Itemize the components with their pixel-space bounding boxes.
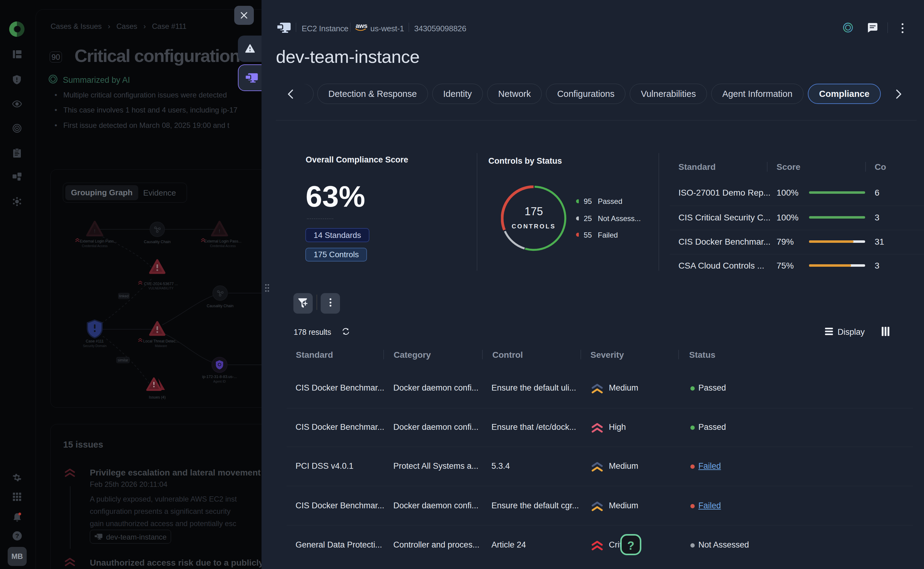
svg-text:175: 175	[524, 205, 543, 218]
svg-text:Credential Access: Credential Access	[82, 244, 108, 248]
svg-text:Credential Access: Credential Access	[210, 244, 236, 248]
svg-text:Case #111: Case #111	[86, 339, 104, 343]
svg-text:Causality Chain: Causality Chain	[144, 240, 171, 244]
svg-text:VULNERABILITY: VULNERABILITY	[148, 286, 173, 290]
svg-text:Local Threat Detec...: Local Threat Detec...	[143, 339, 179, 343]
svg-text:External Login Pass...: External Login Pass...	[204, 239, 242, 243]
svg-text:Issues (4): Issues (4)	[149, 395, 166, 399]
svg-text:Causality Chain: Causality Chain	[207, 304, 234, 308]
svg-text:CVE-2024-53677 ...: CVE-2024-53677 ...	[144, 282, 178, 286]
svg-text:linked: linked	[119, 294, 128, 298]
svg-text:Security Domain: Security Domain	[83, 344, 106, 348]
svg-text:CONTROLS: CONTROLS	[512, 223, 556, 230]
svg-text:External Login Pass...: External Login Pass...	[80, 239, 117, 243]
svg-text:Malware: Malware	[155, 344, 167, 348]
svg-text:!: !	[219, 229, 220, 234]
svg-text:!: !	[94, 229, 95, 234]
svg-text:similar: similar	[118, 358, 128, 362]
svg-text:ip-172-31-8-83.us-...: ip-172-31-8-83.us-...	[202, 375, 237, 379]
svg-text:Agent ID: Agent ID	[213, 380, 226, 383]
